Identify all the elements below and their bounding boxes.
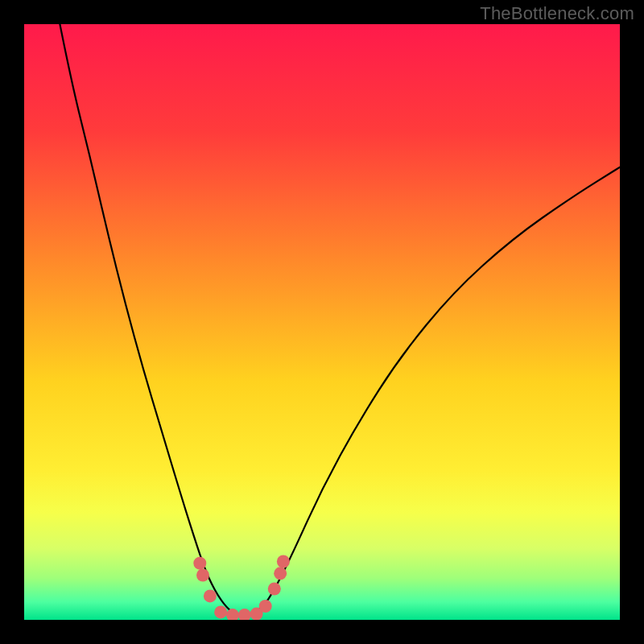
plot-area (24, 24, 620, 620)
valley-dot-8 (268, 583, 281, 596)
valley-dot-7 (259, 600, 272, 613)
valley-dot-0 (193, 557, 206, 570)
valley-dot-9 (274, 567, 287, 580)
valley-dot-5 (238, 609, 251, 621)
valley-dot-1 (196, 569, 209, 582)
chart-stage: TheBottleneck.com (0, 0, 644, 644)
bottleneck-chart (0, 0, 644, 644)
valley-dot-10 (277, 555, 290, 568)
valley-dot-2 (204, 589, 217, 602)
valley-dot-3 (214, 605, 227, 618)
valley-dot-4 (226, 609, 239, 621)
watermark-text: TheBottleneck.com (480, 3, 634, 24)
